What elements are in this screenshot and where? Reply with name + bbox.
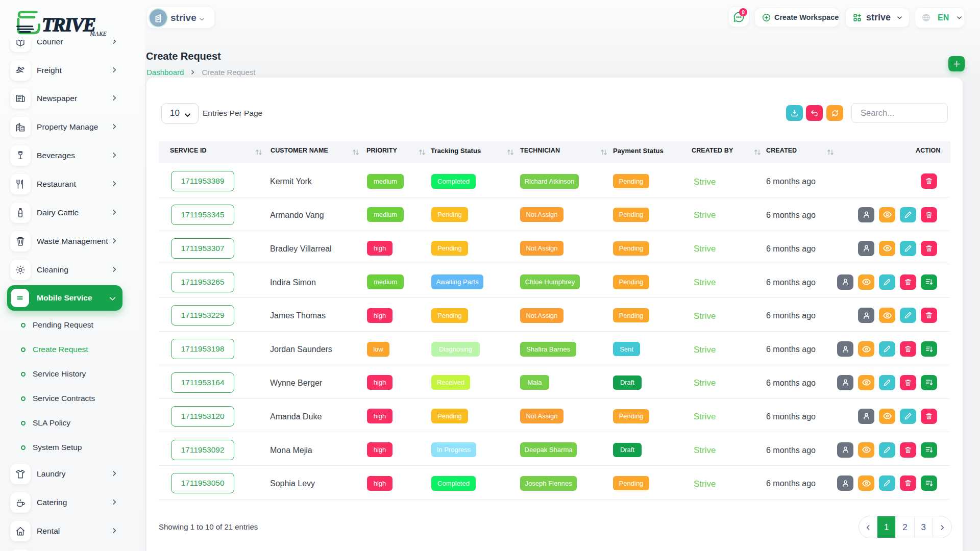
svg-text:TRIVE: TRIVE [42,14,95,35]
svg-text:MAKE: MAKE [89,31,107,37]
